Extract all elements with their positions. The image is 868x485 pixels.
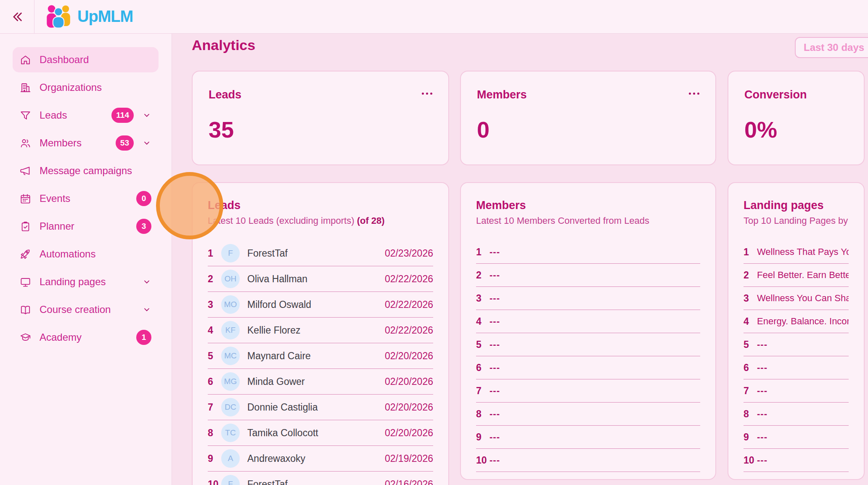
member-placeholder: --- [490,385,500,396]
landing-page-name: --- [757,408,767,419]
row-rank: 3 [208,299,221,310]
avatar: MG [221,372,240,391]
landing-page-row[interactable]: 5 --- [744,333,849,356]
lead-name: ForestTaf [247,248,380,259]
leads-count-badge: 114 [111,108,134,123]
sidebar-item-message-campaigns[interactable]: Message campaigns [13,158,159,183]
members-count-badge: 53 [116,135,134,151]
lead-row[interactable]: 10 F ForestTaf 02/16/2026 [208,472,433,485]
list-card-title: Members [476,199,700,212]
row-rank: 5 [476,339,490,350]
landing-page-row[interactable]: 4 Energy. Balance. Income. [744,310,849,333]
chevron-down-icon[interactable] [142,111,151,120]
sidebar-item-automations[interactable]: Automations [13,241,159,267]
member-row[interactable]: 4 --- [476,310,700,333]
member-row[interactable]: 10 --- [476,449,700,472]
lead-name: Kellie Florez [247,325,380,336]
row-rank: 2 [208,273,221,285]
sidebar-collapse-button[interactable] [0,0,34,33]
chevron-down-icon[interactable] [142,277,151,286]
sidebar-item-academy[interactable]: Academy 1 [13,325,159,350]
lead-row[interactable]: 4 KF Kellie Florez 02/22/2026 [208,318,433,343]
list-card-title: Leads [208,199,433,212]
stat-card-title: Conversion [744,88,807,101]
stat-card-conversion: Conversion 0% [728,71,865,165]
stat-card-leads: Leads 35 [192,71,449,165]
lead-date: 02/23/2026 [385,248,433,259]
building-icon [20,82,31,93]
lead-date: 02/19/2026 [385,453,433,464]
logo-text: UpMLM [77,8,133,26]
landing-page-row[interactable]: 3 Wellness You Can Share [744,287,849,310]
landing-page-name: --- [757,362,767,373]
landing-page-name: Wellness You Can Share [757,293,849,304]
calendar-icon [20,193,31,204]
landing-page-row[interactable]: 7 --- [744,379,849,403]
chevron-down-icon[interactable] [142,305,151,314]
more-options-icon[interactable] [422,88,432,95]
more-options-icon[interactable] [689,88,699,95]
lead-row[interactable]: 1 F ForestTaf 02/23/2026 [208,241,433,266]
sidebar-item-dashboard[interactable]: Dashboard [13,47,159,72]
member-row[interactable]: 6 --- [476,356,700,379]
member-row[interactable]: 3 --- [476,287,700,310]
landing-page-row[interactable]: 1 Wellness That Pays You Back [744,241,849,264]
sidebar-item-planner[interactable]: Planner 3 [13,214,159,239]
member-row[interactable]: 8 --- [476,403,700,426]
lead-row[interactable]: 3 MO Milford Oswald 02/22/2026 [208,292,433,318]
avatar: MO [221,295,240,314]
lead-row[interactable]: 6 MG Minda Gower 02/20/2026 [208,369,433,395]
row-rank: 1 [744,246,757,258]
landing-pages-list-card: Landing pages Top 10 Landing Pages by Co… [728,182,865,480]
landing-page-row[interactable]: 6 --- [744,356,849,379]
row-rank: 10 [744,455,757,466]
row-rank: 6 [208,376,221,387]
date-range-picker[interactable]: Last 30 days 01/2 [795,37,868,58]
member-row[interactable]: 7 --- [476,379,700,403]
landing-page-row[interactable]: 10 --- [744,449,849,472]
lead-date: 02/22/2026 [385,325,433,336]
sidebar-item-label: Landing pages [40,276,106,288]
chevron-down-icon[interactable] [142,138,151,148]
row-rank: 5 [208,350,221,362]
sidebar-item-organizations[interactable]: Organizations [13,75,159,100]
lead-row[interactable]: 2 OH Oliva Hallman 02/22/2026 [208,266,433,292]
planner-count-badge: 3 [136,219,151,234]
sidebar-item-course-creation[interactable]: Course creation [13,297,159,322]
row-rank: 2 [744,270,757,281]
row-rank: 3 [744,293,757,304]
landing-page-row[interactable]: 9 --- [744,426,849,449]
landing-page-row[interactable]: 2 Feel Better. Earn Better. [744,264,849,287]
member-row[interactable]: 9 --- [476,426,700,449]
lead-row[interactable]: 7 DC Donnie Castiglia 02/20/2026 [208,395,433,420]
events-count-badge: 0 [136,191,151,206]
member-row[interactable]: 1 --- [476,241,700,264]
member-row[interactable]: 2 --- [476,264,700,287]
landing-page-row[interactable]: 8 --- [744,403,849,426]
avatar: F [221,475,240,485]
row-rank: 2 [476,270,490,281]
funnel-icon [20,110,31,121]
member-placeholder: --- [490,246,500,257]
member-row[interactable]: 5 --- [476,333,700,356]
landing-pages-rows: 1 Wellness That Pays You Back 2 Feel Bet… [728,241,864,472]
leads-rows: 1 F ForestTaf 02/23/2026 2 OH Oliva Hall… [193,241,448,485]
lead-row[interactable]: 8 TC Tamika Collocott 02/20/2026 [208,420,433,446]
lead-date: 02/20/2026 [385,427,433,439]
stat-card-title: Members [477,88,527,101]
sidebar-item-members[interactable]: Members 53 [13,130,159,156]
leads-list-card: Leads Latest 10 Leads (excluding imports… [192,182,449,485]
row-rank: 7 [208,402,221,413]
app-logo[interactable]: UpMLM [45,5,133,29]
lead-row[interactable]: 9 A Andrewaxoky 02/19/2026 [208,446,433,472]
lead-row[interactable]: 5 MC Maynard Caire 02/20/2026 [208,343,433,369]
sidebar-item-events[interactable]: Events 0 [13,186,159,211]
row-rank: 8 [208,427,221,439]
member-placeholder: --- [490,293,500,304]
stat-card-value: 35 [193,101,448,143]
sidebar-item-landing-pages[interactable]: Landing pages [13,269,159,294]
landing-page-name: --- [757,455,767,466]
sidebar-item-leads[interactable]: Leads 114 [13,103,159,128]
clipboard-check-icon [20,221,31,232]
member-placeholder: --- [490,362,500,373]
